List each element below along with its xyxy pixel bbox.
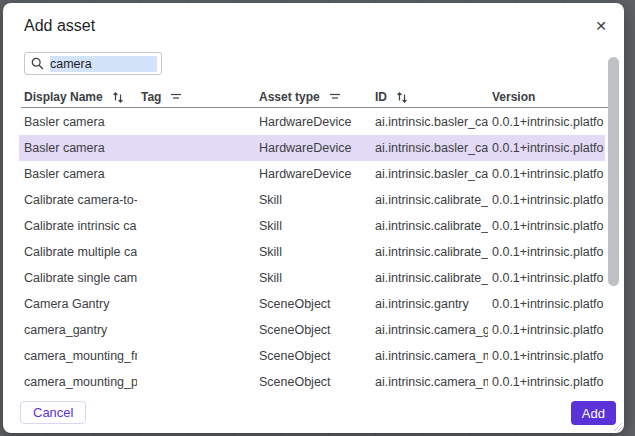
cell-id: ai.intrinsic.gantry xyxy=(375,291,488,317)
table-header: Display Name Tag Asset type ID xyxy=(3,87,624,107)
search-input[interactable]: camera xyxy=(24,52,162,75)
table-row[interactable]: Basler camera HardwareDevice ai.intrinsi… xyxy=(3,109,624,135)
cell-tag xyxy=(141,265,255,291)
table-row[interactable]: Calibrate intrinsic camera Skill ai.intr… xyxy=(3,213,624,239)
header-divider xyxy=(21,107,608,108)
cell-tag xyxy=(141,109,255,135)
cell-version: 0.0.1+intrinsic.platform.20 xyxy=(492,109,604,135)
cell-display-name: camera_mounting_pole_c xyxy=(24,369,137,395)
cell-tag xyxy=(141,343,255,369)
cell-tag xyxy=(141,239,255,265)
cell-asset-type: Skill xyxy=(259,213,371,239)
cell-asset-type: HardwareDevice xyxy=(259,109,371,135)
sort-icon[interactable] xyxy=(396,91,408,103)
table-body: Basler camera HardwareDevice ai.intrinsi… xyxy=(3,109,624,395)
cell-tag xyxy=(141,369,255,395)
cell-asset-type: Skill xyxy=(259,265,371,291)
cell-display-name: Calibrate multiple cameras xyxy=(24,239,137,265)
cell-version: 0.0.1+intrinsic.platform.20 xyxy=(492,265,604,291)
scrollbar[interactable] xyxy=(608,53,620,293)
cell-tag xyxy=(141,187,255,213)
cell-tag xyxy=(141,135,255,161)
cell-display-name: camera_mounting_frame_ xyxy=(24,343,137,369)
cell-version: 0.0.1+intrinsic.platform.20 xyxy=(492,369,604,395)
table-row[interactable]: camera_gantry SceneObject ai.intrinsic.c… xyxy=(3,317,624,343)
cell-version: 0.0.1+intrinsic.platform.20 xyxy=(492,161,604,187)
cell-id: ai.intrinsic.basler_camera_ xyxy=(375,135,488,161)
cancel-button[interactable]: Cancel xyxy=(20,401,86,424)
cell-version: 0.0.1+intrinsic.platform.20 xyxy=(492,213,604,239)
cell-display-name: camera_gantry xyxy=(24,317,137,343)
cell-asset-type: SceneObject xyxy=(259,317,371,343)
cell-id: ai.intrinsic.basler_camera xyxy=(375,109,488,135)
column-header-display-name[interactable]: Display Name xyxy=(24,87,124,107)
filter-icon[interactable] xyxy=(170,92,182,103)
cell-asset-type: SceneObject xyxy=(259,291,371,317)
cell-display-name: Basler camera xyxy=(24,109,137,135)
cell-asset-type: HardwareDevice xyxy=(259,135,371,161)
cell-tag xyxy=(141,317,255,343)
table-row[interactable]: Camera Gantry SceneObject ai.intrinsic.g… xyxy=(3,291,624,317)
dialog-title: Add asset xyxy=(24,17,95,35)
cell-display-name: Calibrate camera-to-robot xyxy=(24,187,137,213)
cell-asset-type: SceneObject xyxy=(259,369,371,395)
table-row[interactable]: camera_mounting_frame_ SceneObject ai.in… xyxy=(3,343,624,369)
search-icon xyxy=(31,57,44,70)
column-header-id[interactable]: ID xyxy=(375,87,408,107)
table-row[interactable]: Basler camera HardwareDevice ai.intrinsi… xyxy=(3,161,624,187)
cell-id: ai.intrinsic.calibrate_multip xyxy=(375,239,488,265)
cell-version: 0.0.1+intrinsic.platform.20 xyxy=(492,135,604,161)
cell-display-name: Camera Gantry xyxy=(24,291,137,317)
resize-grip-icon[interactable] xyxy=(610,419,623,432)
cell-display-name: Basler camera xyxy=(24,161,137,187)
filter-icon[interactable] xyxy=(329,92,341,103)
cell-tag xyxy=(141,213,255,239)
table-row[interactable]: Calibrate camera-to-robot Skill ai.intri… xyxy=(3,187,624,213)
cell-tag xyxy=(141,161,255,187)
column-header-asset-type[interactable]: Asset type xyxy=(259,87,341,107)
cell-version: 0.0.1+intrinsic.platform.20 xyxy=(492,317,604,343)
cell-id: ai.intrinsic.camera_mounti xyxy=(375,343,488,369)
cell-id: ai.intrinsic.calibrate_single xyxy=(375,265,488,291)
table-row[interactable]: Basler camera HardwareDevice ai.intrinsi… xyxy=(3,135,624,161)
table-row[interactable]: Calibrate multiple cameras Skill ai.intr… xyxy=(3,239,624,265)
column-header-version[interactable]: Version xyxy=(492,87,535,107)
cell-version: 0.0.1+intrinsic.platform.20 xyxy=(492,239,604,265)
column-header-tag[interactable]: Tag xyxy=(141,87,182,107)
add-asset-dialog: Add asset ✕ camera Display Name Tag Asse… xyxy=(3,3,624,433)
cell-display-name: Basler camera xyxy=(24,135,137,161)
sort-icon[interactable] xyxy=(112,91,124,103)
table-row[interactable]: camera_mounting_pole_c SceneObject ai.in… xyxy=(3,369,624,395)
cell-asset-type: Skill xyxy=(259,187,371,213)
close-icon[interactable]: ✕ xyxy=(591,16,611,36)
cell-version: 0.0.1+intrinsic.platform.20 xyxy=(492,291,604,317)
cell-id: ai.intrinsic.calibrate_intrins xyxy=(375,213,488,239)
search-value: camera xyxy=(50,56,157,72)
cell-id: ai.intrinsic.calibrate_came xyxy=(375,187,488,213)
cell-display-name: Calibrate intrinsic camera xyxy=(24,213,137,239)
cell-id: ai.intrinsic.camera_mounti xyxy=(375,369,488,395)
cell-asset-type: Skill xyxy=(259,239,371,265)
cell-asset-type: HardwareDevice xyxy=(259,161,371,187)
cell-tag xyxy=(141,291,255,317)
cell-asset-type: SceneObject xyxy=(259,343,371,369)
scrollbar-thumb[interactable] xyxy=(608,57,619,286)
cell-version: 0.0.1+intrinsic.platform.20 xyxy=(492,187,604,213)
cell-id: ai.intrinsic.camera_gantry xyxy=(375,317,488,343)
cell-display-name: Calibrate single camera m xyxy=(24,265,137,291)
cell-id: ai.intrinsic.basler_camera_ xyxy=(375,161,488,187)
table-row[interactable]: Calibrate single camera m Skill ai.intri… xyxy=(3,265,624,291)
cell-version: 0.0.1+intrinsic.platform.20 xyxy=(492,343,604,369)
